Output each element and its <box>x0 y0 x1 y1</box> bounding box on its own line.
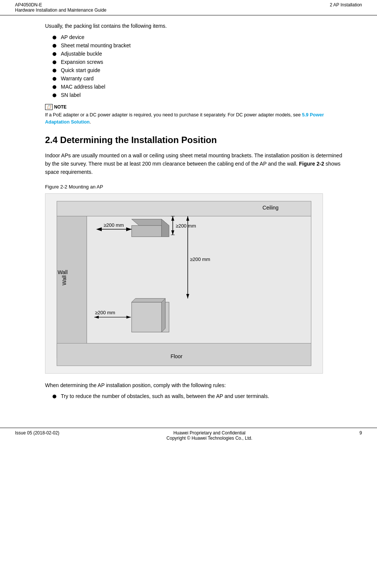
note-box: 📋 NOTE If a PoE adapter or a DC power ad… <box>45 104 347 126</box>
svg-rect-4 <box>57 343 311 366</box>
bullet-icon <box>53 85 56 89</box>
bullet-icon <box>53 60 56 64</box>
intro-text: Usually, the packing list contains the f… <box>45 23 347 29</box>
note-text: If a PoE adapter or a DC power adapter i… <box>45 112 347 126</box>
bullet-icon <box>53 52 56 56</box>
footer-center: Huawei Proprietary and Confidential Copy… <box>59 430 359 441</box>
list-item: AP device <box>53 34 347 40</box>
header-right: 2 AP Installation <box>330 2 362 13</box>
svg-text:≥200 mm: ≥200 mm <box>104 222 124 228</box>
list-item: Warranty card <box>53 75 347 81</box>
list-item: MAC address label <box>53 84 347 90</box>
bullet-icon <box>53 69 56 72</box>
header-left: AP4050DN-E Hardware Installation and Mai… <box>15 2 106 13</box>
footer-right: 9 <box>359 430 362 441</box>
svg-rect-6 <box>87 216 311 343</box>
svg-text:Wall: Wall <box>57 269 68 275</box>
bullet-list: AP device Sheet metal mounting bracket A… <box>53 34 347 98</box>
svg-text:Ceiling: Ceiling <box>262 204 279 210</box>
list-item: SN label <box>53 92 347 98</box>
after-figure-text: When determining the AP installation pos… <box>45 381 347 389</box>
svg-marker-14 <box>161 299 165 332</box>
figure-label: Figure 2-2 Mounting an AP <box>45 184 347 190</box>
svg-text:≥200 mm: ≥200 mm <box>95 309 115 315</box>
list-item: Sheet metal mounting bracket <box>53 42 347 48</box>
svg-text:Floor: Floor <box>170 353 182 359</box>
svg-text:≥200 mm: ≥200 mm <box>176 223 196 228</box>
footer-left: Issue 05 (2018-02-02) <box>15 430 59 441</box>
section-intro: Indoor APs are usually mounted on a wall… <box>45 151 347 176</box>
page-footer: Issue 05 (2018-02-02) Huawei Proprietary… <box>0 428 377 443</box>
svg-text:≥200 mm: ≥200 mm <box>190 256 210 262</box>
page-content: Usually, the packing list contains the f… <box>0 15 377 413</box>
rules-list: Try to reduce the number of obstacles, s… <box>53 393 347 399</box>
note-label: 📋 NOTE <box>45 104 347 110</box>
page-header: AP4050DN-E Hardware Installation and Mai… <box>0 0 377 15</box>
svg-marker-13 <box>132 299 166 302</box>
svg-marker-3 <box>57 216 87 358</box>
figure-container: Ceiling Floor Wall Wall <box>45 193 323 374</box>
bullet-icon <box>53 36 56 39</box>
list-item: Adjustable buckle <box>53 51 347 57</box>
list-item: Expansion screws <box>53 59 347 65</box>
note-icon: 📋 <box>45 104 53 110</box>
svg-rect-10 <box>132 225 162 237</box>
bullet-icon <box>53 395 56 398</box>
section-heading: 2.4 Determining the Installation Positio… <box>45 135 347 145</box>
bullet-icon <box>53 44 56 48</box>
list-item: Quick start guide <box>53 67 347 73</box>
bullet-icon <box>53 77 56 81</box>
list-item: Try to reduce the number of obstacles, s… <box>53 393 347 399</box>
room-diagram: Ceiling Floor Wall Wall <box>45 194 323 373</box>
svg-text:Wall: Wall <box>61 275 67 285</box>
bullet-icon <box>53 93 56 97</box>
